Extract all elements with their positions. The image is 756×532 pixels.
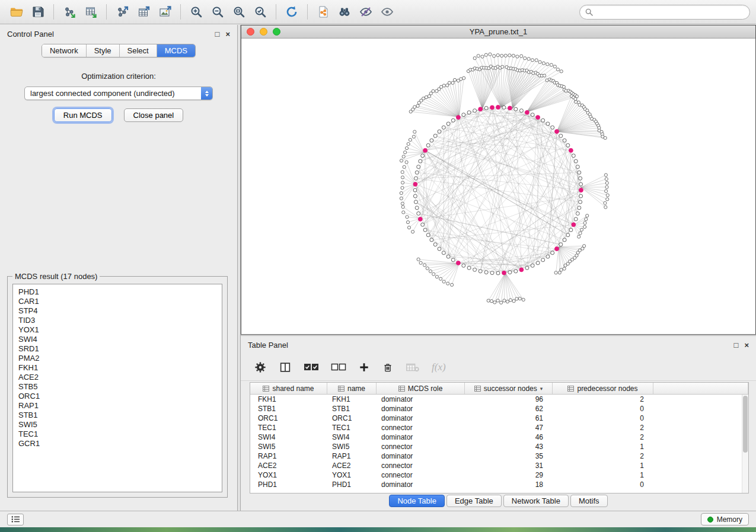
column-header-MCDS-role[interactable]: MCDS role xyxy=(377,383,465,394)
dropdown-stepper-icon xyxy=(201,87,212,100)
import-network-button[interactable] xyxy=(59,2,80,21)
close-panel-icon[interactable]: × xyxy=(225,30,230,38)
column-header-shared-name[interactable]: shared name xyxy=(250,383,327,394)
network-view-canvas[interactable] xyxy=(241,39,755,334)
mcds-result-item[interactable]: CAR1 xyxy=(18,297,216,306)
close-panel-icon[interactable]: × xyxy=(744,341,749,349)
table-cell: TEC1 xyxy=(327,423,377,432)
mcds-result-item[interactable]: RAP1 xyxy=(18,401,216,411)
mcds-result-item[interactable]: PHD1 xyxy=(18,287,216,297)
zoom-in-icon xyxy=(189,5,203,19)
table-cell: SWI5 xyxy=(250,442,327,451)
tab-network-table[interactable]: Network Table xyxy=(503,495,569,507)
mcds-result-item[interactable]: TEC1 xyxy=(18,430,216,439)
open-session-button[interactable] xyxy=(6,2,27,21)
zoom-fit-button[interactable] xyxy=(228,2,250,21)
mcds-result-item[interactable]: PMA2 xyxy=(18,354,216,363)
show-details-button[interactable] xyxy=(377,2,398,21)
table-row[interactable]: ACE2ACE2connector311 xyxy=(250,461,742,470)
table-row[interactable]: YOX1YOX1connector291 xyxy=(250,470,742,480)
tab-mcds[interactable]: MCDS xyxy=(157,44,195,57)
export-network-button[interactable] xyxy=(111,2,133,21)
tab-select[interactable]: Select xyxy=(120,44,157,57)
table-cell: RAP1 xyxy=(327,451,377,461)
open-folder-icon xyxy=(9,5,24,19)
delete-column-button[interactable] xyxy=(382,361,394,373)
table-vertical-scrollbar[interactable] xyxy=(742,395,748,493)
column-header-successor-nodes[interactable]: successor nodes▾ xyxy=(465,383,553,394)
table-row[interactable]: FKH1FKH1dominator962 xyxy=(250,395,742,404)
export-table-button[interactable] xyxy=(133,2,154,21)
refresh-layout-button[interactable] xyxy=(281,2,302,21)
scrollbar-thumb[interactable] xyxy=(743,396,748,453)
share-session-button[interactable] xyxy=(312,2,334,21)
save-session-button[interactable] xyxy=(27,2,49,21)
network-window-titlebar[interactable]: YPA_prune.txt_1 xyxy=(241,25,755,39)
plus-icon xyxy=(358,361,370,373)
search-input[interactable] xyxy=(596,8,744,16)
criterion-dropdown[interactable]: largest connected component (undirected) xyxy=(24,86,213,100)
table-row[interactable]: PHD1PHD1dominator180 xyxy=(250,480,742,489)
mcds-result-groupbox: MCDS result (17 nodes) PHD1CAR1STP4TID3Y… xyxy=(7,276,228,498)
column-header-predecessor-nodes[interactable]: predecessor nodes xyxy=(553,383,653,394)
table-row[interactable]: TEC1TEC1connector472 xyxy=(250,423,742,432)
table-cell: FKH1 xyxy=(327,395,377,404)
float-panel-icon[interactable]: □ xyxy=(215,30,220,38)
table-row[interactable]: SWI5SWI5connector431 xyxy=(250,442,742,451)
table-cell: 0 xyxy=(553,480,653,489)
tab-motifs[interactable]: Motifs xyxy=(570,495,608,507)
select-all-button[interactable] xyxy=(304,361,319,373)
mcds-result-item[interactable]: FKH1 xyxy=(18,363,216,373)
toolbar-separator xyxy=(307,4,308,20)
mcds-result-item[interactable]: SWI4 xyxy=(18,335,216,344)
toolbar-search-field[interactable] xyxy=(579,5,750,20)
tab-node-table[interactable]: Node Table xyxy=(389,495,445,507)
export-network-icon xyxy=(115,5,129,19)
mcds-result-item[interactable]: YOX1 xyxy=(18,325,216,335)
mcds-result-item[interactable]: SRD1 xyxy=(18,344,216,354)
run-mcds-button[interactable]: Run MCDS xyxy=(54,108,112,122)
mcds-result-item[interactable]: ACE2 xyxy=(18,373,216,382)
mcds-result-item[interactable]: STP4 xyxy=(18,306,216,316)
tab-network[interactable]: Network xyxy=(42,44,87,57)
table-row[interactable]: ORC1ORC1dominator610 xyxy=(250,414,742,423)
table-cell: 1 xyxy=(553,461,653,470)
mcds-result-item[interactable]: SWI5 xyxy=(18,420,216,430)
mcds-result-item[interactable]: ORC1 xyxy=(18,392,216,401)
table-cell: 43 xyxy=(465,442,553,451)
export-image-button[interactable] xyxy=(154,2,176,21)
table-settings-button[interactable] xyxy=(254,361,267,374)
column-header-name[interactable]: name xyxy=(327,383,377,394)
table-row[interactable]: SWI4SWI4dominator462 xyxy=(250,432,742,442)
mcds-result-list[interactable]: PHD1CAR1STP4TID3YOX1SWI4SRD1PMA2FKH1ACE2… xyxy=(12,284,222,492)
table-cell: 2 xyxy=(553,423,653,432)
table-cell: dominator xyxy=(377,395,465,404)
tab-edge-table[interactable]: Edge Table xyxy=(446,495,502,507)
zoom-in-button[interactable] xyxy=(186,2,207,21)
table-row[interactable]: STB1STB1dominator620 xyxy=(250,404,742,414)
mcds-result-item[interactable]: STB5 xyxy=(18,382,216,392)
import-table-button[interactable] xyxy=(80,2,101,21)
zoom-selected-button[interactable] xyxy=(250,2,271,21)
hide-details-button[interactable] xyxy=(355,2,377,21)
deselect-all-button[interactable] xyxy=(331,361,346,373)
mcds-result-item[interactable]: STB1 xyxy=(18,411,216,420)
search-network-button[interactable] xyxy=(334,2,355,21)
table-row[interactable]: RAP1RAP1dominator352 xyxy=(250,451,742,461)
create-column-button[interactable] xyxy=(358,361,370,373)
export-table-icon xyxy=(136,5,151,19)
mcds-result-item[interactable]: TID3 xyxy=(18,316,216,325)
table-cell: YOX1 xyxy=(327,470,377,480)
delete-table-button[interactable] xyxy=(406,361,420,373)
memory-button[interactable]: Memory xyxy=(701,513,749,525)
float-panel-icon[interactable]: □ xyxy=(734,341,739,349)
function-builder-button[interactable]: f(x) xyxy=(432,361,446,373)
tab-style[interactable]: Style xyxy=(87,44,120,57)
show-panels-button[interactable] xyxy=(7,514,24,525)
zoom-out-button[interactable] xyxy=(207,2,228,21)
show-columns-button[interactable] xyxy=(279,361,292,374)
control-panel: Control Panel □ × NetworkStyleSelectMCDS… xyxy=(0,25,238,511)
mcds-result-item[interactable]: GCR1 xyxy=(18,439,216,448)
table-cell: SWI5 xyxy=(327,442,377,451)
close-panel-button[interactable]: Close panel xyxy=(124,108,184,122)
